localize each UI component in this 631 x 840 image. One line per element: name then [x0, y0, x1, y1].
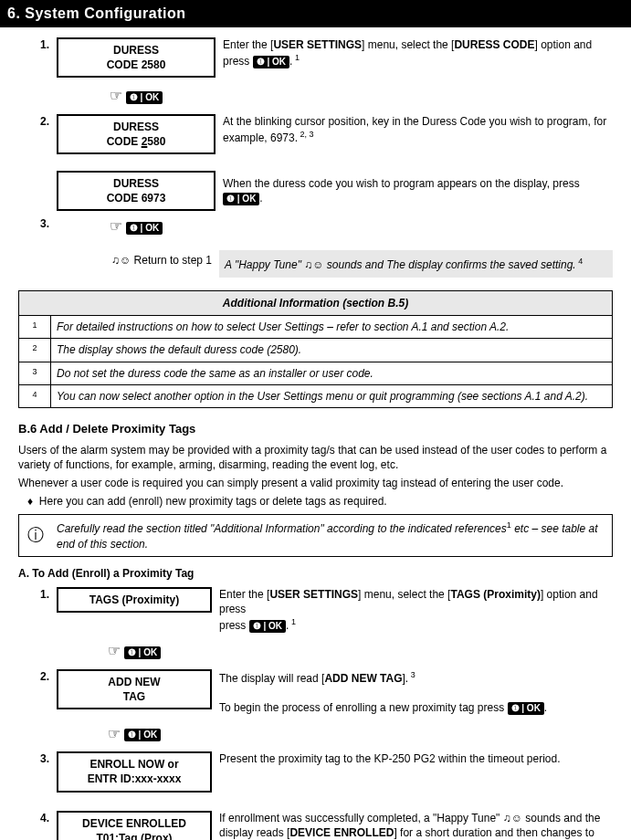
- step-description: Enter the [USER SETTINGS] menu, select t…: [216, 584, 613, 636]
- music-icon: ♫☺: [304, 258, 323, 271]
- text: If enrollment was successfully completed…: [219, 812, 503, 824]
- display-line: CODE: [107, 135, 142, 148]
- display-line: T01:Tag (Prox): [96, 832, 172, 840]
- bullet-item: ♦ Here you can add (enroll) new proximit…: [27, 494, 613, 509]
- step-number: 3.: [18, 214, 53, 239]
- display-line: CODE 6973: [107, 192, 166, 205]
- music-icon: ♫☺: [503, 812, 522, 824]
- hand-icon: ☞: [110, 218, 122, 234]
- step-number: 1.: [18, 35, 53, 80]
- display-line: TAG: [123, 690, 145, 703]
- text-bold: TAGS (Proximity): [450, 588, 540, 601]
- text: Enter the [: [219, 588, 269, 601]
- ref-num: 1: [19, 316, 51, 339]
- display-line: ADD NEW: [108, 676, 160, 688]
- display-box: ENROLL NOW or ENTR ID:xxx-xxxx: [57, 751, 212, 792]
- section-heading: B.6 Add / Delete Proximity Tags: [18, 421, 613, 437]
- display-line: CODE 2580: [107, 58, 166, 71]
- step-description: Present the proximity tag to the KP-250 …: [216, 749, 613, 794]
- text: At the blinking cursor position, key in …: [223, 115, 606, 144]
- step-description: Enter the [USER SETTINGS] menu, select t…: [219, 35, 613, 80]
- step-number: 4.: [18, 808, 53, 840]
- text-bold: USER SETTINGS: [269, 588, 358, 601]
- text: To begin the process of enrolling a new …: [219, 701, 508, 714]
- ok-button-icon: ❶ | OK: [124, 646, 161, 659]
- ok-button-icon: ❶ | OK: [124, 729, 161, 741]
- ref-text: The display shows the default duress cod…: [51, 339, 613, 362]
- step-description: If enrollment was successfully completed…: [216, 808, 613, 840]
- display-box: DEVICE ENROLLED T01:Tag (Prox): [57, 811, 212, 840]
- text: Return to step 1: [131, 254, 212, 267]
- display-box: DURESS CODE 2580: [57, 114, 216, 154]
- step-description: At the blinking cursor position, key in …: [219, 111, 613, 157]
- subsection-heading: A. To Add (Enroll) a Proximity Tag: [18, 566, 613, 581]
- text: Carefully read the section titled "Addit…: [57, 522, 507, 535]
- text-bold: DEVICE ENROLLED: [289, 826, 394, 839]
- ok-button-icon: ❶ | OK: [253, 56, 289, 68]
- return-step: ♫☺ Return to step 1: [53, 250, 219, 278]
- music-icon: ♫☺: [111, 254, 131, 267]
- display-box: DURESS CODE 6973: [57, 171, 216, 211]
- hand-icon: ☞: [108, 726, 121, 741]
- display-line: 580: [147, 135, 165, 148]
- display-line: DURESS: [113, 44, 159, 57]
- text: ] menu, select the [: [362, 38, 454, 51]
- display-line: DEVICE ENROLLED: [82, 817, 186, 830]
- display-line: DURESS: [113, 121, 159, 133]
- ok-button-icon: ❶ | OK: [508, 702, 544, 715]
- text: .: [259, 192, 262, 205]
- info-box: ⓘ Carefully read the section titled "Add…: [18, 514, 613, 556]
- step-description: When the duress code you wish to program…: [219, 168, 613, 214]
- footnote-ref: 3: [408, 670, 415, 679]
- ok-button-icon: ❶ | OK: [126, 222, 163, 235]
- step-number: 2.: [18, 111, 53, 157]
- text-bold: USER SETTINGS: [273, 38, 362, 51]
- display-line: DURESS: [113, 177, 159, 190]
- text: Here you can add (enroll) new proximity …: [39, 495, 387, 508]
- text: Enter the [: [223, 38, 273, 51]
- paragraph: Whenever a user code is required you can…: [18, 476, 613, 490]
- ok-button-icon: ❶ | OK: [126, 91, 163, 104]
- table-header: Additional Information (section B.5): [19, 291, 613, 316]
- step-number: 3.: [18, 749, 53, 794]
- ok-button-icon: ❶ | OK: [223, 193, 259, 205]
- additional-info-table: Additional Information (section B.5) 1Fo…: [18, 290, 613, 408]
- text-bold: ADD NEW TAG: [324, 672, 402, 685]
- ref-num: 2: [19, 339, 51, 362]
- info-icon: ⓘ: [19, 515, 53, 556]
- text: When the duress code you wish to program…: [223, 177, 580, 190]
- hand-icon: ☞: [110, 88, 122, 103]
- enroll-steps: 1. TAGS (Proximity) Enter the [USER SETT…: [18, 584, 613, 840]
- ref-num: 3: [19, 362, 51, 384]
- duress-steps: 1. DURESS CODE 2580 Enter the [USER SETT…: [18, 35, 613, 278]
- step-number: 2.: [18, 667, 53, 719]
- footnote-ref: 1: [289, 617, 296, 626]
- confirmation-note: A "Happy Tune" ♫☺ sounds and The display…: [219, 250, 613, 278]
- display-line: ENTR ID:xxx-xxxx: [88, 772, 182, 785]
- ok-button-icon: ❶ | OK: [249, 620, 286, 633]
- display-box: DURESS CODE 2580: [57, 37, 216, 78]
- step-description: The display will read [ADD NEW TAG]. 3 T…: [216, 667, 613, 719]
- text-bold: DURESS CODE: [454, 38, 534, 51]
- text: The display will read [: [219, 672, 324, 685]
- paragraph: Users of the alarm system may be provide…: [18, 443, 613, 472]
- text: .: [544, 701, 547, 714]
- footnote-ref: 2, 3: [298, 130, 314, 139]
- ref-num: 4: [19, 384, 51, 407]
- step-number: 1.: [18, 584, 53, 636]
- display-line: ENROLL NOW or: [89, 758, 178, 771]
- display-box: ADD NEW TAG: [57, 669, 212, 709]
- info-text: Carefully read the section titled "Addit…: [52, 515, 613, 556]
- ref-text: For detailed instructions on how to sele…: [51, 316, 613, 339]
- text: A "Happy Tune": [225, 258, 304, 271]
- chapter-title: 6. System Configuration: [0, 0, 631, 27]
- footnote-ref: 1: [292, 53, 300, 62]
- hand-icon: ☞: [108, 643, 121, 658]
- text: sounds and The display confirms the save…: [324, 258, 576, 271]
- text: ] menu, select the [: [358, 588, 450, 601]
- ref-text: Do not set the duress code the same as a…: [51, 362, 613, 384]
- display-box: TAGS (Proximity): [57, 587, 212, 613]
- ref-text: You can now select another option in the…: [51, 384, 613, 407]
- footnote-ref: 4: [576, 257, 584, 266]
